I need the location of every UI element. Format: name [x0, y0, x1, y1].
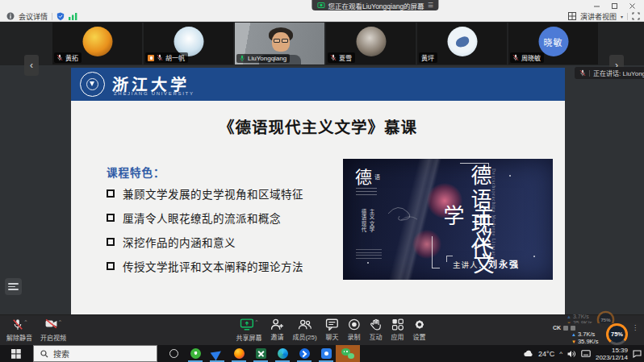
meeting-app-window: 您正在观看LiuYongqiang的屏幕 ☰ 会议详情 演讲者视图 [0, 0, 644, 362]
tray-temperature[interactable]: 24°C [538, 350, 554, 358]
share-options-caret[interactable]: ^ [255, 318, 257, 325]
minimize-button[interactable] [588, 0, 605, 11]
mic-icon [579, 69, 586, 77]
wechat-icon [341, 348, 354, 359]
download-icon: ▼ [571, 339, 576, 346]
monitor-mini-icon[interactable] [563, 326, 568, 331]
window-controls [588, 0, 641, 11]
participant-tile[interactable]: 晓敏 周晓敏 [508, 23, 598, 64]
device-icon[interactable] [581, 350, 591, 357]
participant-tile[interactable]: 黄坪 [417, 23, 507, 64]
interaction-hand-icon [370, 318, 382, 331]
participant-tile-active-video[interactable]: LiuYongqiang [235, 23, 324, 64]
share-screen-button[interactable]: ^ 共享屏幕 [236, 318, 261, 342]
members-button[interactable]: 成员(25) [292, 318, 316, 342]
taskbar-app-firefox[interactable] [228, 345, 249, 362]
mic-options-caret[interactable]: ^ [25, 318, 27, 325]
course-poster: 德 语 德语现代 主义文学 德语现代 主义文学 Deutschsprachige… [343, 159, 553, 280]
view-mode-group: 演讲者视图 ▾ [568, 11, 640, 21]
action-center-icon[interactable] [633, 350, 642, 358]
security-shield-icon[interactable] [56, 12, 65, 21]
upload-icon: ▲ [571, 331, 576, 339]
divider [52, 13, 52, 20]
screen-share-icon [317, 2, 324, 8]
meeting-info-label[interactable]: 会议详情 [19, 11, 48, 22]
monitor-tag: CK [553, 325, 561, 331]
monitor-mini-icon[interactable] [571, 326, 575, 331]
poster-speaker: 主讲人： 刘永强 [453, 257, 520, 270]
layout-grid-icon [568, 12, 576, 20]
camera-options-caret[interactable]: ^ [59, 318, 61, 325]
settings-button[interactable]: 设置 [413, 318, 426, 342]
info-icon [6, 12, 15, 20]
invite-person-icon [270, 318, 283, 331]
settings-gear-icon [413, 318, 425, 331]
tray-overflow-caret[interactable]: ^ [559, 350, 562, 357]
windows-logo-icon [11, 349, 21, 359]
screen-share-banner-text: 您正在观看LiuYongqiang的屏幕 [328, 1, 424, 10]
cortana-button[interactable] [163, 345, 184, 362]
taskbar-app-edge[interactable] [272, 345, 293, 362]
mic-muted-icon [56, 54, 63, 61]
chat-button[interactable]: 聊天 [326, 318, 339, 342]
weather-cloud-icon[interactable] [524, 350, 533, 357]
presenter-list-button[interactable] [5, 278, 22, 295]
taskbar-app-wechat-active[interactable] [336, 345, 360, 362]
speaker-icon[interactable] [567, 350, 576, 358]
participant-name-badge: 周晓敏 [510, 52, 544, 63]
tray-time: 15:39 [596, 347, 628, 354]
mic-muted-icon [330, 54, 337, 61]
taskbar-app-thunder[interactable] [294, 345, 315, 362]
taskbar-app-excel[interactable] [250, 345, 271, 362]
start-button[interactable] [0, 345, 32, 362]
poster-big-char: 德 [355, 164, 372, 188]
participant-name-badge: 黄拓 [54, 52, 82, 63]
avatar [447, 27, 477, 56]
participant-tile[interactable]: 夏雪 [326, 23, 416, 64]
taskbar-app-browser360[interactable] [185, 345, 206, 362]
close-button[interactable] [623, 0, 641, 11]
participant-name-badge: 胡一帆 [145, 52, 188, 63]
monitor-more-icon[interactable]: ⋮ [632, 324, 638, 331]
presentation-slide: 浙江大学 ZHEJIANG UNIVERSITY 《德语现代主义文学》慕课 课程… [71, 68, 565, 314]
browser360-icon [190, 348, 201, 359]
meeting-info-group: 会议详情 [6, 11, 77, 21]
record-button[interactable]: 录制 [348, 318, 361, 342]
fullscreen-icon[interactable] [632, 12, 640, 20]
share-screen-icon [240, 318, 253, 331]
participant-name-badge: LiuYongqiang [236, 54, 290, 63]
screen-share-banner[interactable]: 您正在观看LiuYongqiang的屏幕 ☰ [312, 0, 438, 10]
divider [627, 13, 628, 20]
slide-title: 《德语现代主义文学》慕课 [71, 114, 565, 138]
firefox-icon [234, 348, 245, 359]
maximize-button[interactable] [605, 0, 623, 11]
chevron-down-icon[interactable]: ▾ [621, 14, 623, 19]
filmstrip-prev-button[interactable]: ‹ [24, 55, 39, 76]
participant-tile[interactable]: 黄拓 [52, 23, 142, 64]
monitor-percent-gauge[interactable]: 75% [606, 323, 628, 345]
monitor-network-speeds: ▲3.7K/s ▼35.9K/s [571, 331, 598, 345]
banner-menu-icon[interactable]: ☰ [428, 2, 433, 9]
hand-raised-icon [148, 55, 154, 61]
university-logo-icon [80, 72, 105, 97]
bullet-item: 兼顾文学发展的史学视角和区域特征 [107, 185, 303, 202]
taskbar-app-docs[interactable] [207, 345, 228, 362]
view-mode-label[interactable]: 演讲者视图 [580, 11, 617, 22]
download-speed: 35.9K/s [578, 339, 598, 346]
interaction-button[interactable]: 互动 [370, 318, 383, 342]
cortana-icon [169, 349, 178, 358]
unmute-button[interactable]: ^ 解除静音 [6, 318, 32, 342]
cloud-scroll-ornament [385, 198, 432, 227]
apps-button[interactable]: 应用 [391, 318, 404, 342]
taskbar-app-netdisk[interactable] [316, 345, 337, 362]
start-video-button[interactable]: ^ 开启视频 [40, 318, 66, 342]
poster-small-char: 语 [374, 173, 380, 181]
network-signal-icon[interactable] [69, 12, 77, 20]
participant-tile[interactable]: 胡一帆 [144, 23, 233, 64]
university-name-en: ZHEJIANG UNIVERSITY [114, 91, 194, 96]
taskbar-search-input[interactable]: 搜索 [33, 345, 157, 362]
university-banner: 浙江大学 ZHEJIANG UNIVERSITY [71, 68, 565, 101]
tray-clock[interactable]: 15:39 2023/12/14 [596, 347, 628, 361]
invite-button[interactable]: 邀请 [270, 318, 283, 342]
participant-name-badge: 夏雪 [328, 52, 355, 63]
